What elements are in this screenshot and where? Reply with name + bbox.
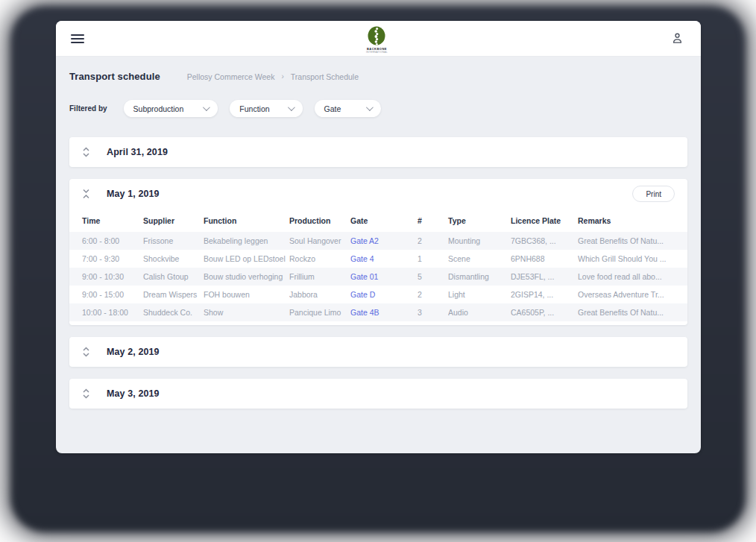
date-section-may-1: May 1, 2019 Print Time Supplier Function… bbox=[69, 179, 687, 325]
expand-icon[interactable] bbox=[82, 347, 90, 357]
cell-count: 2 bbox=[418, 236, 448, 245]
cell-remarks: Great Benefits Of Natu... bbox=[578, 308, 680, 317]
page-content: Transport schedule Pellosy Commerce Week… bbox=[56, 71, 701, 409]
gate-link[interactable]: Gate D bbox=[350, 290, 418, 299]
cell-time: 7:00 - 9:30 bbox=[82, 254, 143, 263]
cell-production: Rockzo bbox=[289, 254, 350, 263]
cell-type: Dismantling bbox=[448, 272, 511, 281]
column-header-gate: Gate bbox=[350, 216, 418, 225]
app-window: BACKBONE INTERNATIONAL Transport schedul… bbox=[56, 21, 701, 453]
cell-time: 9:00 - 10:30 bbox=[82, 272, 143, 281]
section-date: May 2, 2019 bbox=[107, 347, 160, 357]
column-header-type: Type bbox=[448, 216, 511, 225]
gate-link[interactable]: Gate A2 bbox=[350, 236, 418, 245]
column-header-count: # bbox=[418, 216, 448, 225]
table-row: 6:00 - 8:00 Frissone Bekabeling leggen S… bbox=[69, 232, 687, 250]
table-row: 9:00 - 10:30 Calish Gtoup Bouw studio ve… bbox=[69, 268, 687, 286]
section-header[interactable]: April 31, 2019 bbox=[69, 137, 687, 167]
cell-count: 5 bbox=[418, 272, 448, 281]
gate-link[interactable]: Gate 4B bbox=[350, 308, 418, 317]
column-header-licence-plate: Licence Plate bbox=[511, 216, 578, 225]
cell-count: 1 bbox=[418, 254, 448, 263]
cell-licence-plate: CA6505P, ... bbox=[511, 308, 578, 317]
column-header-time: Time bbox=[82, 216, 143, 225]
person-icon bbox=[670, 31, 684, 45]
filter-dropdown-gate[interactable]: Gate bbox=[315, 100, 382, 117]
account-button[interactable] bbox=[670, 31, 686, 47]
cell-count: 2 bbox=[418, 290, 448, 299]
logo-subtext: INTERNATIONAL bbox=[366, 51, 388, 54]
table-body: 6:00 - 8:00 Frissone Bekabeling leggen S… bbox=[69, 232, 687, 321]
section-date: April 31, 2019 bbox=[107, 147, 168, 157]
cell-supplier: Frissone bbox=[143, 236, 204, 245]
cell-remarks: Love food read all abo... bbox=[578, 272, 680, 281]
cell-licence-plate: 7GBC368, ... bbox=[511, 236, 578, 245]
chevron-down-icon bbox=[366, 104, 374, 111]
backbone-logo-mark bbox=[367, 26, 386, 46]
cell-function: Bekabeling leggen bbox=[204, 236, 289, 245]
cell-type: Light bbox=[448, 290, 511, 299]
section-header[interactable]: May 2, 2019 bbox=[69, 337, 687, 367]
cell-type: Scene bbox=[448, 254, 511, 263]
date-section-may-2: May 2, 2019 bbox=[69, 337, 687, 367]
table-row: 10:00 - 18:00 Shuddeck Co. Show Pancique… bbox=[69, 303, 687, 321]
breadcrumb-parent[interactable]: Pellosy Commerce Week bbox=[187, 72, 275, 81]
column-header-supplier: Supplier bbox=[143, 216, 204, 225]
cell-remarks: Which Grill Should You ... bbox=[578, 254, 680, 263]
cell-type: Mounting bbox=[448, 236, 511, 245]
cell-licence-plate: 2GISP14, ... bbox=[511, 290, 578, 299]
gate-link[interactable]: Gate 01 bbox=[350, 272, 418, 281]
expand-icon[interactable] bbox=[82, 388, 90, 399]
cell-remarks: Great Benefits Of Natu... bbox=[578, 236, 680, 245]
table-row: 7:00 - 9:30 Shockvibe Bouw LED op LEDsto… bbox=[69, 250, 687, 268]
cell-production: Pancique Limo bbox=[289, 308, 350, 317]
cell-time: 9:00 - 15:00 bbox=[82, 290, 143, 299]
expand-icon[interactable] bbox=[82, 147, 90, 157]
cell-production: Soul Hangover bbox=[289, 236, 350, 245]
cell-supplier: Calish Gtoup bbox=[143, 272, 204, 281]
filters-label: Filtered by bbox=[69, 104, 107, 113]
column-header-remarks: Remarks bbox=[578, 216, 680, 225]
chevron-down-icon bbox=[203, 104, 210, 111]
cell-production: Frillium bbox=[289, 272, 350, 281]
section-header[interactable]: May 3, 2019 bbox=[69, 379, 687, 409]
stage: BACKBONE INTERNATIONAL Transport schedul… bbox=[0, 0, 756, 542]
cell-supplier: Shuddeck Co. bbox=[143, 308, 204, 317]
cell-function: Bouw studio verhoging bbox=[204, 272, 289, 281]
page-title: Transport schedule bbox=[69, 71, 160, 82]
cell-licence-plate: DJE53FL, ... bbox=[511, 272, 578, 281]
cell-licence-plate: 6PNH688 bbox=[511, 254, 578, 263]
cell-function: Bouw LED op LEDstoel bbox=[204, 254, 289, 263]
cell-remarks: Overseas Adventure Tr... bbox=[578, 290, 680, 299]
table-row: 9:00 - 15:00 Dream Wispers FOH bouwen Ja… bbox=[69, 286, 687, 303]
gate-link[interactable]: Gate 4 bbox=[350, 254, 418, 263]
print-button[interactable]: Print bbox=[632, 186, 675, 202]
table-header-row: Time Supplier Function Production Gate #… bbox=[69, 209, 687, 232]
breadcrumb-separator-icon: › bbox=[281, 72, 283, 81]
cell-time: 10:00 - 18:00 bbox=[82, 308, 143, 317]
breadcrumb-current: Transport Schedule bbox=[291, 72, 359, 81]
cell-function: Show bbox=[204, 308, 289, 317]
cell-type: Audio bbox=[448, 308, 511, 317]
cell-count: 3 bbox=[418, 308, 448, 317]
column-header-function: Function bbox=[204, 216, 289, 225]
backbone-logo: BACKBONE INTERNATIONAL bbox=[366, 26, 388, 54]
cell-production: Jabbora bbox=[289, 290, 350, 299]
filter-dropdown-subproduction[interactable]: Subproduction bbox=[124, 100, 218, 117]
cell-function: FOH bouwen bbox=[204, 290, 289, 299]
date-section-april-31: April 31, 2019 bbox=[69, 137, 687, 167]
column-header-production: Production bbox=[289, 216, 350, 225]
section-date: May 1, 2019 bbox=[107, 189, 160, 199]
filter-dropdown-function[interactable]: Function bbox=[230, 100, 302, 117]
filters-bar: Filtered by Subproduction Function Gate bbox=[69, 100, 687, 117]
cell-supplier: Shockvibe bbox=[143, 254, 204, 263]
collapse-icon[interactable] bbox=[82, 189, 90, 199]
date-section-may-3: May 3, 2019 bbox=[69, 379, 687, 409]
cell-supplier: Dream Wispers bbox=[143, 290, 204, 299]
section-header[interactable]: May 1, 2019 Print bbox=[69, 179, 687, 209]
top-app-bar: BACKBONE INTERNATIONAL bbox=[56, 21, 701, 57]
breadcrumb: Pellosy Commerce Week › Transport Schedu… bbox=[187, 72, 359, 81]
title-row: Transport schedule Pellosy Commerce Week… bbox=[69, 71, 687, 82]
chevron-down-icon bbox=[288, 104, 295, 111]
hamburger-menu-icon[interactable] bbox=[71, 34, 84, 43]
